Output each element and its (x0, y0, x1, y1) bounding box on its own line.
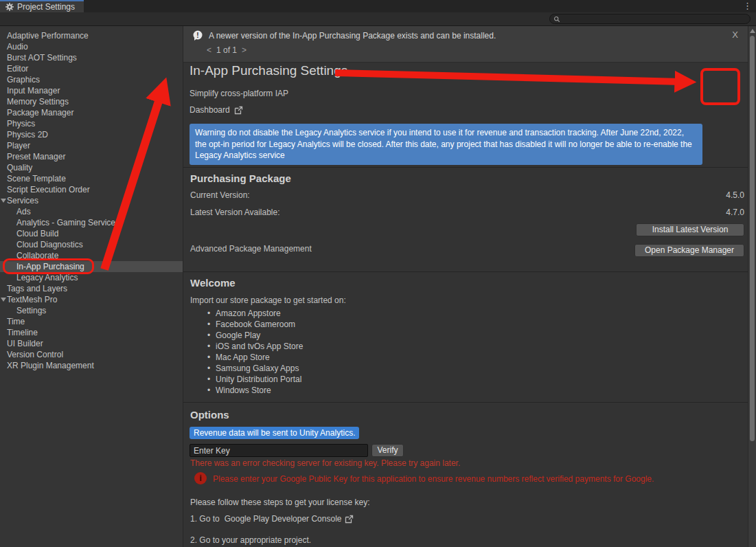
pager-prev-icon[interactable]: < (207, 45, 211, 55)
sidebar-item-preset-manager[interactable]: Preset Manager (0, 151, 183, 162)
sidebar-item-quality[interactable]: Quality (0, 162, 183, 173)
revenue-analytics-note: Revenue data will be sent to Unity Analy… (190, 427, 359, 439)
sidebar-item-label: Timeline (7, 328, 38, 337)
google-key-message-row: i Please enter your Google Public Key fo… (194, 472, 735, 484)
verify-button[interactable]: Verify (371, 444, 404, 457)
section-divider (183, 167, 748, 168)
sidebar-item-adaptive-performance[interactable]: Adaptive Performance (0, 30, 183, 41)
sidebar-item-ui-builder[interactable]: UI Builder (0, 338, 183, 349)
sidebar-item-tags-and-layers[interactable]: Tags and Layers (0, 283, 183, 294)
sidebar-item-label: Tags and Layers (7, 284, 67, 293)
sidebar-item-label: Cloud Build (16, 229, 58, 238)
dashboard-link[interactable]: Dashboard (190, 105, 243, 115)
store-name: Facebook Gameroom (216, 320, 295, 329)
sidebar-item-xr-plugin-management[interactable]: XR Plugin Management (0, 360, 183, 371)
license-steps-intro: Please follow these steps to get your li… (190, 498, 369, 507)
sidebar-item-player[interactable]: Player (0, 140, 183, 151)
sidebar-item-version-control[interactable]: Version Control (0, 349, 183, 360)
sidebar-item-burst-aot-settings[interactable]: Burst AOT Settings (0, 52, 183, 63)
bullet-icon: • (207, 352, 216, 363)
vertical-scrollbar[interactable] (748, 26, 756, 547)
search-icon (553, 16, 560, 23)
sidebar-item-label: Package Manager (7, 108, 73, 118)
sidebar-item-label: Adaptive Performance (7, 31, 89, 41)
sidebar-item-physics-2d[interactable]: Physics 2D (0, 129, 183, 140)
sidebar-item-label: Collaborate (16, 251, 58, 260)
sidebar-item-cloud-build[interactable]: Cloud Build (0, 228, 183, 239)
sidebar-item-ads[interactable]: Ads (0, 206, 183, 217)
sidebar-item-input-manager[interactable]: Input Manager (0, 85, 183, 96)
sidebar-item-label: Preset Manager (7, 152, 65, 161)
sidebar-item-label: In-App Purchasing (16, 262, 84, 271)
sidebar-item-scene-template[interactable]: Scene Template (0, 173, 183, 184)
sidebar-item-legacy-analytics[interactable]: Legacy Analytics (0, 272, 183, 283)
welcome-heading: Welcome (190, 277, 236, 289)
sidebar-item-services[interactable]: Services (0, 195, 183, 206)
google-play-console-link[interactable]: Google Play Developer Console (225, 514, 342, 524)
bullet-icon: • (207, 319, 216, 330)
pager-label: 1 of 1 (216, 45, 237, 55)
scroll-up-icon[interactable] (750, 29, 755, 33)
sidebar-item-label: Physics 2D (7, 130, 48, 139)
install-latest-version-button[interactable]: Install Latest Version (636, 223, 744, 236)
toolbar (0, 12, 756, 26)
sidebar-item-script-execution-order[interactable]: Script Execution Order (0, 184, 183, 195)
sidebar-item-timeline[interactable]: Timeline (0, 327, 183, 338)
sidebar-item-label: XR Plugin Management (7, 361, 94, 370)
main-panel: ! A newer version of the In-App Purchasi… (183, 26, 756, 547)
store-list-item: •Facebook Gameroom (207, 319, 303, 330)
tab-project-settings[interactable]: Project Settings (0, 0, 84, 12)
foldout-triangle-icon[interactable] (1, 199, 6, 203)
store-list-item: •Mac App Store (207, 352, 303, 363)
sidebar-item-collaborate[interactable]: Collaborate (0, 250, 183, 261)
store-name: Unity Distribution Portal (216, 375, 301, 384)
store-list-item: •Google Play (207, 330, 303, 341)
sidebar-item-time[interactable]: Time (0, 316, 183, 327)
sidebar-item-textmesh-pro[interactable]: TextMesh Pro (0, 294, 183, 305)
notification-message: A newer version of the In-App Purchasing… (209, 31, 496, 41)
sidebar-item-analytics-gaming-services[interactable]: Analytics - Gaming Services (0, 217, 183, 228)
sidebar-item-label: Memory Settings (7, 97, 69, 107)
sidebar-item-in-app-purchasing[interactable]: In-App Purchasing (0, 261, 183, 272)
purchasing-package-heading: Purchasing Package (190, 172, 291, 184)
kebab-menu-icon[interactable]: ⋮ (743, 1, 752, 12)
store-name: Amazon Appstore (216, 309, 281, 318)
sidebar-item-label: Ads (16, 207, 31, 216)
sidebar-item-physics[interactable]: Physics (0, 118, 183, 129)
foldout-triangle-icon[interactable] (1, 298, 6, 302)
sidebar-item-editor[interactable]: Editor (0, 63, 183, 74)
store-list-item: •Amazon Appstore (207, 308, 303, 319)
sidebar-item-label: Version Control (7, 350, 63, 359)
store-list-item: •Samsung Galaxy Apps (207, 363, 303, 374)
enter-key-input[interactable] (190, 444, 368, 457)
sidebar-item-settings[interactable]: Settings (0, 305, 183, 316)
search-box[interactable] (549, 14, 751, 24)
search-input[interactable] (563, 15, 746, 23)
sidebar-item-package-manager[interactable]: Package Manager (0, 107, 183, 118)
sidebar-item-label: Graphics (7, 75, 40, 85)
current-version-value: 4.5.0 (726, 190, 744, 200)
sidebar-item-label: Cloud Diagnostics (16, 240, 83, 249)
dashboard-link-label: Dashboard (190, 105, 230, 115)
store-name: Mac App Store (216, 353, 270, 362)
sidebar-item-label: Physics (7, 119, 35, 129)
sidebar-item-memory-settings[interactable]: Memory Settings (0, 96, 183, 107)
scrollbar-thumb[interactable] (750, 36, 755, 441)
open-package-manager-button[interactable]: Open Package Manager (634, 244, 744, 257)
sidebar-item-graphics[interactable]: Graphics (0, 74, 183, 85)
sidebar-item-audio[interactable]: Audio (0, 41, 183, 52)
project-settings-window: Project Settings ⋮ Adaptive PerformanceA… (0, 0, 756, 547)
bullet-icon: • (207, 341, 216, 352)
sidebar-item-label: Player (7, 141, 30, 150)
external-link-icon[interactable] (345, 515, 354, 524)
sidebar-item-label: Scene Template (7, 174, 66, 183)
store-name: Google Play (216, 331, 260, 340)
pager-next-icon[interactable]: > (242, 45, 247, 55)
close-icon[interactable]: X (732, 30, 738, 40)
section-divider (183, 271, 748, 272)
store-name: Samsung Galaxy Apps (216, 364, 299, 373)
sidebar-item-cloud-diagnostics[interactable]: Cloud Diagnostics (0, 239, 183, 250)
bullet-icon: • (207, 330, 216, 341)
tab-title: Project Settings (17, 2, 75, 12)
sidebar-item-label: Analytics - Gaming Services (16, 218, 119, 227)
